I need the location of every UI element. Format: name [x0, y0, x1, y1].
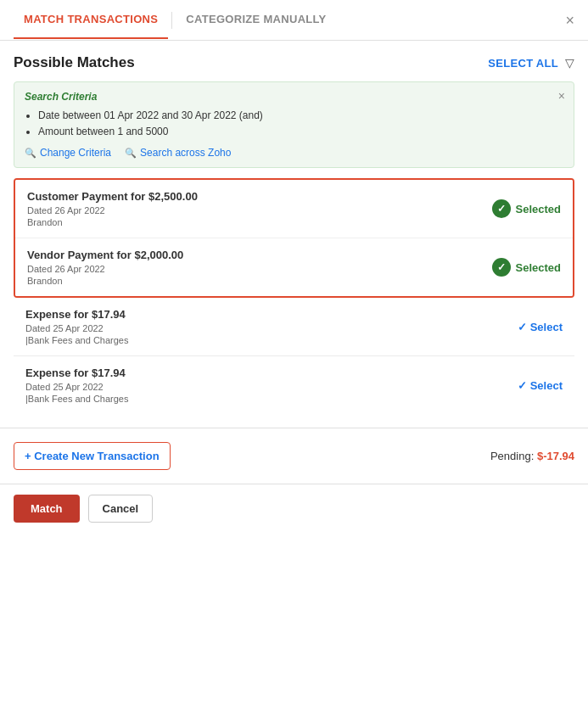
pending-text: Pending: $-17.94 — [490, 450, 574, 462]
selected-badge-2[interactable]: ✓ Selected — [492, 258, 561, 277]
footer-area: + Create New Transaction Pending: $-17.9… — [0, 442, 588, 484]
transaction-title-2: Vendor Payment for $2,000.00 — [27, 249, 183, 261]
pending-label: Pending: — [490, 450, 534, 462]
close-button[interactable]: × — [565, 13, 574, 28]
tab-categorize-manually[interactable]: CATEGORIZE MANUALLY — [176, 1, 336, 39]
bottom-buttons: Match Cancel — [0, 484, 588, 536]
checkmark-icon-4: ✓ — [518, 379, 527, 392]
criteria-close-button[interactable]: × — [558, 89, 565, 103]
transaction-title-1: Customer Payment for $2,500.00 — [27, 190, 198, 203]
table-row: Expense for $17.94 Dated 25 Apr 2022 |Ba… — [14, 298, 574, 356]
transaction-source-4: |Bank Fees and Charges — [25, 394, 128, 404]
select-all-area: SELECT ALL ▽ — [488, 56, 574, 70]
selected-badge-1[interactable]: ✓ Selected — [492, 199, 561, 218]
select-button-4[interactable]: ✓ Select — [518, 379, 563, 392]
criteria-item-amount: Amount between 1 and 5000 — [38, 124, 563, 140]
selected-transactions-list: Customer Payment for $2,500.00 Dated 26 … — [14, 178, 574, 298]
search-icon-change: 🔍 — [25, 148, 36, 159]
cancel-button[interactable]: Cancel — [88, 495, 154, 523]
table-row: Vendor Payment for $2,000.00 Dated 26 Ap… — [15, 238, 573, 296]
section-title: Possible Matches — [14, 54, 135, 71]
transaction-date-1: Dated 26 Apr 2022 — [27, 205, 198, 215]
filter-icon[interactable]: ▽ — [565, 56, 574, 70]
selected-check-icon-2: ✓ — [492, 258, 511, 277]
transaction-source-2: Brandon — [27, 276, 183, 286]
selected-label-2: Selected — [516, 261, 561, 274]
selected-label-1: Selected — [516, 203, 561, 215]
select-label-3: Select — [530, 321, 563, 333]
pending-area: + Create New Transaction Pending: $-17.9… — [14, 442, 574, 470]
transaction-info-4: Expense for $17.94 Dated 25 Apr 2022 |Ba… — [25, 366, 128, 404]
transaction-info-1: Customer Payment for $2,500.00 Dated 26 … — [27, 190, 198, 227]
change-criteria-button[interactable]: 🔍 Change Criteria — [25, 147, 111, 159]
change-criteria-label: Change Criteria — [40, 147, 111, 159]
transaction-date-4: Dated 25 Apr 2022 — [25, 382, 128, 392]
create-new-transaction-button[interactable]: + Create New Transaction — [14, 442, 171, 470]
search-zoho-button[interactable]: 🔍 Search across Zoho — [125, 147, 231, 159]
transaction-info-3: Expense for $17.94 Dated 25 Apr 2022 |Ba… — [25, 308, 128, 345]
select-all-button[interactable]: SELECT ALL — [488, 57, 558, 70]
tabs-header: MATCH TRANSACTIONS CATEGORIZE MANUALLY × — [0, 0, 588, 41]
other-transactions-list: Expense for $17.94 Dated 25 Apr 2022 |Ba… — [14, 298, 574, 414]
tab-match-transactions[interactable]: MATCH TRANSACTIONS — [14, 1, 168, 39]
select-label-4: Select — [530, 379, 563, 392]
transaction-source-1: Brandon — [27, 217, 198, 227]
pending-amount: $-17.94 — [537, 450, 574, 462]
main-content: Possible Matches SELECT ALL ▽ Search Cri… — [0, 41, 588, 414]
transaction-source-3: |Bank Fees and Charges — [25, 335, 128, 345]
criteria-links: 🔍 Change Criteria 🔍 Search across Zoho — [25, 147, 563, 159]
criteria-list: Date between 01 Apr 2022 and 30 Apr 2022… — [25, 108, 563, 140]
transaction-date-2: Dated 26 Apr 2022 — [27, 264, 183, 274]
search-criteria-box: Search Criteria × Date between 01 Apr 20… — [14, 81, 574, 168]
transaction-title-4: Expense for $17.94 — [25, 366, 128, 379]
selected-check-icon-1: ✓ — [492, 199, 511, 218]
table-row: Expense for $17.94 Dated 25 Apr 2022 |Ba… — [14, 356, 574, 414]
criteria-title: Search Criteria — [25, 91, 563, 103]
search-icon-zoho: 🔍 — [125, 148, 137, 159]
criteria-item-date: Date between 01 Apr 2022 and 30 Apr 2022… — [38, 108, 563, 124]
search-zoho-label: Search across Zoho — [140, 147, 231, 159]
transaction-info-2: Vendor Payment for $2,000.00 Dated 26 Ap… — [27, 249, 183, 286]
table-row: Customer Payment for $2,500.00 Dated 26 … — [15, 180, 573, 238]
section-header: Possible Matches SELECT ALL ▽ — [14, 54, 574, 71]
transaction-title-3: Expense for $17.94 — [25, 308, 128, 321]
select-button-3[interactable]: ✓ Select — [518, 321, 563, 333]
tab-separator — [171, 12, 172, 29]
checkmark-icon-3: ✓ — [518, 321, 527, 333]
match-button[interactable]: Match — [14, 495, 80, 523]
transaction-date-3: Dated 25 Apr 2022 — [25, 323, 128, 333]
divider — [0, 428, 588, 428]
